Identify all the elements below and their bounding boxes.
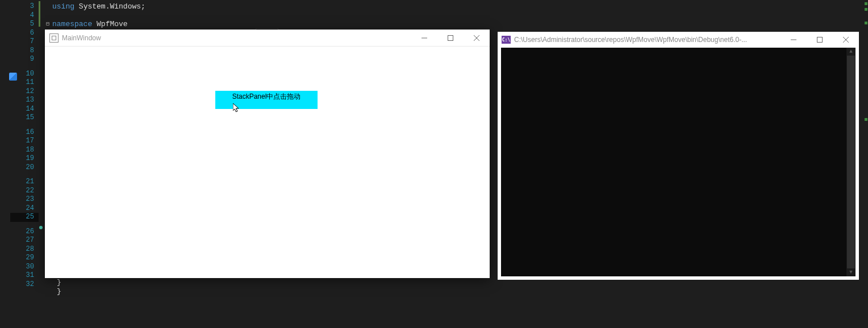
- minimize-button[interactable]: [781, 32, 807, 48]
- wpf-main-window: MainWindow StackPanel中点击拖动: [45, 30, 490, 278]
- line-number: 32: [10, 280, 39, 289]
- namespace-ref: System.Windows;: [79, 2, 145, 11]
- line-number: 28: [10, 245, 39, 254]
- line-number: 21: [10, 178, 39, 187]
- editor-margin: [0, 0, 10, 328]
- close-button[interactable]: [833, 32, 859, 48]
- line-number: 24: [10, 204, 39, 213]
- main-window-titlebar[interactable]: MainWindow: [45, 30, 490, 47]
- close-icon: [474, 35, 479, 41]
- line-number: 7: [10, 37, 39, 47]
- maximize-icon: [448, 35, 453, 41]
- line-number: 27: [10, 236, 39, 245]
- line-number: 22: [10, 187, 39, 196]
- maximize-icon: [817, 37, 823, 43]
- line-number: 5: [10, 20, 39, 29]
- gutter-gap: [10, 123, 39, 128]
- keyword: namespace: [52, 20, 92, 28]
- line-number: 31: [10, 271, 39, 280]
- keyword: using: [52, 2, 74, 11]
- line-number: 6: [10, 29, 39, 38]
- console-window: C:\ C:\Users\Administrator\source\repos\…: [498, 32, 859, 280]
- window-icon: [49, 33, 59, 43]
- draggable-stackpanel[interactable]: StackPanel中点击拖动: [215, 91, 318, 109]
- maximize-button[interactable]: [437, 30, 464, 47]
- collapse-icon[interactable]: ⊟: [46, 20, 49, 29]
- minimap-mark: [865, 8, 867, 11]
- gutter-gap: [10, 172, 39, 178]
- svg-rect-5: [817, 37, 823, 43]
- edit-marker-icon: [39, 226, 43, 229]
- svg-rect-1: [448, 35, 453, 40]
- line-number: 17: [10, 137, 39, 146]
- minimap-mark: [865, 2, 867, 5]
- line-number: 26: [10, 228, 39, 237]
- minimize-icon: [791, 37, 796, 43]
- window-title: MainWindow: [62, 34, 101, 42]
- panel-label: StackPanel中点击拖动: [232, 92, 301, 102]
- scrollbar-thumb[interactable]: [847, 56, 855, 268]
- line-number: 20: [10, 163, 39, 173]
- line-number: 14: [10, 105, 39, 114]
- minimap-mark: [865, 22, 867, 24]
- console-icon: C:\: [502, 36, 511, 44]
- line-number: 19: [10, 154, 39, 163]
- console-scrollbar[interactable]: ▲ ▼: [846, 48, 856, 276]
- brace: }: [57, 278, 61, 287]
- line-number: 8: [10, 47, 39, 56]
- line-number: 3: [10, 2, 39, 11]
- close-icon: [843, 37, 849, 43]
- line-number: 4: [10, 11, 39, 20]
- line-number: 30: [10, 263, 39, 272]
- minimize-button[interactable]: [411, 30, 437, 47]
- brace: }: [57, 287, 61, 296]
- code-line: ⊟ namespace WpfMove: [39, 20, 868, 29]
- line-number: 12: [10, 87, 39, 96]
- namespace-name: WpfMove: [97, 20, 128, 28]
- code-bottom-lines: } }: [57, 278, 61, 296]
- scroll-down-arrow-icon[interactable]: ▼: [846, 268, 856, 276]
- minimap-mark: [865, 118, 867, 121]
- gutter-gap: [10, 64, 39, 70]
- line-number: 29: [10, 254, 39, 263]
- scroll-up-arrow-icon[interactable]: ▲: [846, 48, 856, 56]
- minimize-icon: [422, 35, 427, 41]
- gutter-gap: [10, 222, 39, 228]
- console-output-area[interactable]: ▲ ▼: [501, 48, 856, 276]
- change-marker: [39, 1, 40, 27]
- line-number: 9: [10, 55, 39, 64]
- main-window-client-area[interactable]: StackPanel中点击拖动: [45, 47, 490, 278]
- breakpoint-glyph-icon[interactable]: [9, 73, 17, 81]
- line-number: 18: [10, 146, 39, 155]
- line-number: 13: [10, 96, 39, 105]
- line-number-gutter: 3 4 5 6 7 8 9 10 11 12 13 14 15 16 17 18…: [10, 0, 39, 328]
- maximize-button[interactable]: [807, 32, 833, 48]
- line-number: 23: [10, 195, 39, 204]
- line-number-current: 25: [10, 213, 39, 222]
- line-number: 15: [10, 113, 39, 123]
- line-number: 16: [10, 128, 39, 137]
- console-titlebar[interactable]: C:\ C:\Users\Administrator\source\repos\…: [498, 32, 859, 48]
- console-title: C:\Users\Administrator\source\repos\WpfM…: [514, 36, 747, 44]
- code-line: [39, 11, 868, 20]
- editor-minimap[interactable]: [863, 0, 868, 328]
- code-line: using System.Windows;: [39, 2, 868, 11]
- close-button[interactable]: [464, 30, 490, 47]
